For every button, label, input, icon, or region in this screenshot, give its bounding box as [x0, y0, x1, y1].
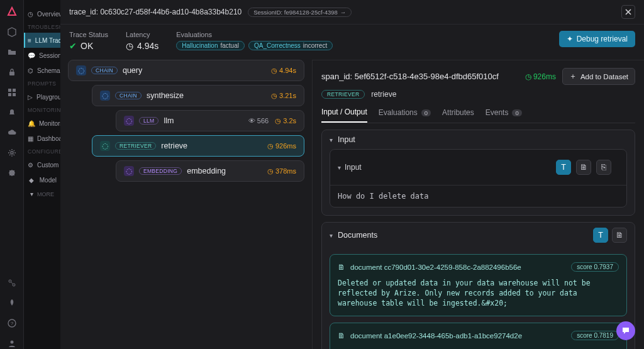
chat-fab[interactable]: [616, 321, 635, 340]
span-node-synthesize[interactable]: ◌ CHAIN synthesize ◷ 3.21s: [92, 85, 304, 106]
detail-tabs: Input / Output Evaluations0 Attributes E…: [321, 104, 635, 123]
span-name: retrieve: [161, 141, 187, 150]
sidebar-item-label: Monitors: [39, 120, 60, 127]
svg-rect-4: [13, 93, 16, 96]
help-icon[interactable]: ?: [6, 318, 18, 329]
sidebar-item-overview[interactable]: ◷ Overview: [24, 6, 60, 21]
span-node-llm[interactable]: ◌ LLM llm 👁 566 ◷ 3.2s: [116, 110, 304, 131]
tab-evaluations[interactable]: Evaluations0: [379, 104, 431, 123]
chat-icon: 💬: [28, 51, 35, 60]
svg-point-7: [13, 284, 15, 286]
sidebar-item-playground[interactable]: ▷ Playground: [24, 89, 60, 104]
latency-badge: ◷ 4.94s: [271, 67, 296, 75]
detail-header: span_id: 5ef6512f-c518-4e35-98e4-dfbd65f…: [321, 63, 635, 89]
close-button[interactable]: [621, 5, 635, 19]
graph-icon[interactable]: [6, 277, 18, 289]
sidebar-item-label: Custom: [37, 162, 58, 169]
latency-badge: ◷ 3.21s: [271, 92, 296, 100]
folder-icon[interactable]: [6, 47, 18, 58]
sidebar-item-model[interactable]: ◆ Model: [24, 172, 60, 187]
status-row: Trace Status ✔ OK Latency ◷ 4.94s Evalua…: [60, 25, 644, 60]
main-panel: trace_id: 0c630c27-d58f-44b6-ad10-4b8a33…: [60, 0, 644, 349]
evaluations: Evaluations Hallucination factual QA_Cor…: [176, 31, 333, 50]
tab-attributes[interactable]: Attributes: [442, 104, 474, 123]
span-name: llm: [164, 116, 174, 125]
sidebar-more[interactable]: MORE: [24, 187, 60, 201]
svg-rect-3: [8, 93, 11, 96]
sidebar-item-label: Model: [40, 177, 57, 184]
clock-icon: ◷: [126, 41, 133, 51]
file-icon: 🗎: [338, 332, 345, 340]
sidebar-item-label: LLM Tracing: [35, 37, 60, 44]
gear-icon[interactable]: [6, 147, 18, 158]
sidebar-header: TROUBLESHOOTING: [24, 21, 60, 33]
chevron-down-icon[interactable]: [338, 163, 341, 172]
token-count: 👁 566: [248, 117, 269, 125]
svg-point-6: [9, 280, 11, 282]
bell-icon[interactable]: [6, 107, 18, 118]
chevron-down-icon[interactable]: [330, 135, 333, 144]
llm-icon: ≡: [28, 36, 31, 45]
puzzle-icon[interactable]: [6, 167, 18, 179]
llm-icon: ◌: [124, 116, 134, 126]
file-view-button[interactable]: 🗎: [612, 228, 627, 243]
cube-icon[interactable]: [6, 26, 18, 38]
eval-tag[interactable]: QA_Correctness incorrect: [248, 41, 333, 50]
play-icon: ▷: [28, 92, 33, 101]
sidebar-item-sessions[interactable]: 💬 Sessions: [24, 48, 60, 63]
chevron-down-icon[interactable]: [330, 231, 333, 240]
sidebar-header: PROMPTS: [24, 78, 60, 89]
span-node-retrieve[interactable]: ◌ RETRIEVER retrieve ◷ 926ms: [92, 135, 304, 157]
document-name: document cc790d01-30e2-4259-858c-2a88249…: [350, 263, 521, 271]
lock-icon[interactable]: [6, 67, 18, 78]
document-card: 🗎 document cc790d01-30e2-4259-858c-2a882…: [330, 254, 627, 316]
span-node-embedding[interactable]: ◌ EMBEDDING embedding ◷ 378ms: [116, 160, 304, 182]
sidebar: ◷ Overview TROUBLESHOOTING ≡ LLM Tracing…: [24, 0, 60, 349]
svg-point-5: [11, 152, 13, 154]
span-id: span_id: 5ef6512f-c518-4e35-98e4-dfbd65f…: [321, 72, 499, 81]
document-score: score 0.7937: [571, 262, 619, 272]
tab-input-output[interactable]: Input / Output: [321, 104, 367, 123]
input-section: Input Input T 🗎 ⎘ How do I delete data: [321, 130, 635, 216]
session-pill[interactable]: SessionID: fe984128-25cf-4398 →: [248, 8, 352, 17]
file-view-button[interactable]: 🗎: [576, 160, 591, 175]
sidebar-item-monitors[interactable]: 🔔 Monitors: [24, 116, 60, 131]
latency-badge: ◷ 3.2s: [275, 117, 296, 125]
eval-tag[interactable]: Hallucination factual: [176, 41, 245, 50]
copy-button[interactable]: ⎘: [596, 160, 611, 175]
chevron-down-icon: [30, 191, 33, 197]
grid-icon[interactable]: [6, 87, 18, 98]
span-kind: CHAIN: [115, 92, 142, 99]
user-icon[interactable]: [6, 338, 18, 349]
latency: Latency ◷ 4.94s: [126, 31, 158, 51]
sidebar-item-schema[interactable]: ⌬ Schema: [24, 63, 60, 78]
topbar: trace_id: 0c630c27-d58f-44b6-ad10-4b8a33…: [60, 0, 644, 25]
sidebar-item-label: Sessions: [39, 52, 60, 59]
bell-icon: 🔔: [28, 119, 35, 128]
debug-retrieval-button[interactable]: ✦ Debug retrieval: [559, 31, 635, 47]
file-icon: 🗎: [338, 263, 345, 271]
document-score: score 0.7819: [571, 331, 619, 340]
chain-icon: ◌: [76, 65, 86, 75]
logo-icon: [6, 6, 18, 18]
sidebar-header: CONFIGURE: [24, 146, 60, 157]
check-icon: ✔: [69, 41, 77, 51]
sidebar-item-llm-tracing[interactable]: ≡ LLM Tracing: [24, 33, 60, 48]
sidebar-item-dashboards[interactable]: ▦ Dashboards: [24, 131, 60, 146]
detail-pane: span_id: 5ef6512f-c518-4e35-98e4-dfbd65f…: [312, 60, 644, 349]
model-icon: ◆: [28, 175, 36, 184]
text-view-button[interactable]: T: [556, 160, 571, 175]
icon-rail: ?: [0, 0, 24, 349]
split: ◌ CHAIN query ◷ 4.94s ◌ CHAIN synthesize…: [60, 60, 644, 349]
dash-icon: ▦: [28, 134, 33, 143]
text-view-button[interactable]: T: [593, 228, 608, 243]
tab-events[interactable]: Events0: [486, 104, 522, 123]
section-title: Documents: [338, 231, 377, 240]
input-text: How do I delete data: [330, 186, 626, 207]
svg-point-10: [10, 341, 13, 344]
rocket-icon[interactable]: [6, 297, 18, 309]
cloud-icon[interactable]: [6, 127, 18, 138]
span-node-query[interactable]: ◌ CHAIN query ◷ 4.94s: [68, 60, 304, 81]
add-to-dataset-button[interactable]: ＋ Add to Dataset: [562, 68, 635, 85]
sidebar-item-custom[interactable]: ⚙ Custom: [24, 157, 60, 172]
